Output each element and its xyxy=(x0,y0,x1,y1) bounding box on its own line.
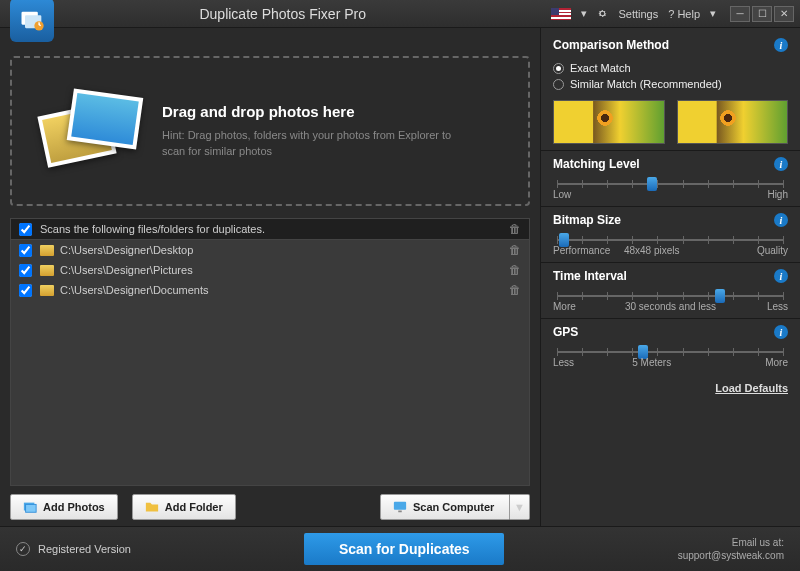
title-bar: Duplicate Photos Fixer Pro ▾ Settings ? … xyxy=(0,0,800,28)
slider-label-low: Low xyxy=(553,189,571,200)
row-path: C:\Users\Designer\Documents xyxy=(60,284,509,296)
time-interval-slider[interactable] xyxy=(557,295,784,297)
matching-level-slider[interactable] xyxy=(557,183,784,185)
registered-text: Registered Version xyxy=(38,543,131,555)
list-item[interactable]: C:\Users\Designer\Desktop 🗑 xyxy=(11,240,529,260)
help-link[interactable]: ? Help xyxy=(668,8,700,20)
radio-label: Similar Match (Recommended) xyxy=(570,78,722,90)
check-icon: ✓ xyxy=(16,542,30,556)
radio-similar[interactable]: Similar Match (Recommended) xyxy=(553,78,788,90)
radio-icon xyxy=(553,63,564,74)
folder-icon xyxy=(40,265,54,276)
left-panel: Drag and drop photos here Hint: Drag pho… xyxy=(0,28,540,526)
trash-icon[interactable]: 🗑 xyxy=(509,283,521,297)
slider-label-high: Less xyxy=(767,301,788,312)
slider-label-mid: 5 Meters xyxy=(632,357,671,368)
row-path: C:\Users\Designer\Pictures xyxy=(60,264,509,276)
slider-label-low: Less xyxy=(553,357,574,368)
preview-thumb xyxy=(553,100,665,144)
maximize-button[interactable]: ☐ xyxy=(752,6,772,22)
dropzone-hint: Hint: Drag photos, folders with your pho… xyxy=(162,128,462,159)
radio-exact[interactable]: Exact Match xyxy=(553,62,788,74)
load-defaults-link[interactable]: Load Defaults xyxy=(715,382,788,394)
folder-icon xyxy=(40,285,54,296)
radio-icon xyxy=(553,79,564,90)
info-icon[interactable]: i xyxy=(774,38,788,52)
folder-icon xyxy=(145,500,159,514)
email-address: support@systweak.com xyxy=(678,549,784,562)
row-checkbox[interactable] xyxy=(19,244,32,257)
info-icon[interactable]: i xyxy=(774,269,788,283)
email-label: Email us at: xyxy=(678,536,784,549)
add-folder-label: Add Folder xyxy=(165,501,223,513)
file-list: C:\Users\Designer\Desktop 🗑 C:\Users\Des… xyxy=(10,240,530,486)
list-header: Scans the following files/folders for du… xyxy=(10,218,530,240)
trash-icon[interactable]: 🗑 xyxy=(509,222,521,236)
scan-duplicates-button[interactable]: Scan for Duplicates xyxy=(304,533,504,565)
slider-label-mid: 30 seconds and less xyxy=(625,301,716,312)
monitor-icon xyxy=(393,500,407,514)
close-button[interactable]: ✕ xyxy=(774,6,794,22)
folder-icon xyxy=(40,245,54,256)
drop-zone[interactable]: Drag and drop photos here Hint: Drag pho… xyxy=(10,56,530,206)
slider-label-high: High xyxy=(767,189,788,200)
row-checkbox[interactable] xyxy=(19,284,32,297)
select-all-checkbox[interactable] xyxy=(19,223,32,236)
list-header-text: Scans the following files/folders for du… xyxy=(40,223,509,235)
help-dropdown-icon[interactable]: ▾ xyxy=(710,7,716,20)
flag-dropdown-icon[interactable]: ▾ xyxy=(581,7,587,20)
footer: ✓ Registered Version Scan for Duplicates… xyxy=(0,526,800,571)
scan-computer-label: Scan Computer xyxy=(413,501,494,513)
gps-slider[interactable] xyxy=(557,351,784,353)
scan-dropdown-button[interactable]: ▼ xyxy=(510,494,530,520)
slider-label-mid: 48x48 pixels xyxy=(624,245,680,256)
info-icon[interactable]: i xyxy=(774,325,788,339)
info-icon[interactable]: i xyxy=(774,157,788,171)
time-interval-title: Time Interval xyxy=(553,269,627,283)
scan-computer-button[interactable]: Scan Computer xyxy=(380,494,510,520)
settings-link[interactable]: Settings xyxy=(618,8,658,20)
bitmap-size-title: Bitmap Size xyxy=(553,213,621,227)
add-photos-label: Add Photos xyxy=(43,501,105,513)
minimize-button[interactable]: ─ xyxy=(730,6,750,22)
gps-title: GPS xyxy=(553,325,578,339)
matching-level-title: Matching Level xyxy=(553,157,640,171)
radio-label: Exact Match xyxy=(570,62,631,74)
gear-icon xyxy=(597,8,608,19)
dropzone-heading: Drag and drop photos here xyxy=(162,103,462,120)
trash-icon[interactable]: 🗑 xyxy=(509,263,521,277)
photos-icon xyxy=(23,500,37,514)
info-icon[interactable]: i xyxy=(774,213,788,227)
svg-rect-6 xyxy=(398,511,402,513)
app-icon xyxy=(10,0,54,42)
language-flag[interactable] xyxy=(551,8,571,20)
row-path: C:\Users\Designer\Desktop xyxy=(60,244,509,256)
comparison-method-title: Comparison Method xyxy=(553,38,669,52)
add-folder-button[interactable]: Add Folder xyxy=(132,494,236,520)
trash-icon[interactable]: 🗑 xyxy=(509,243,521,257)
slider-label-low: More xyxy=(553,301,576,312)
svg-rect-5 xyxy=(394,502,406,510)
list-item[interactable]: C:\Users\Designer\Documents 🗑 xyxy=(11,280,529,300)
right-panel: Comparison Method i Exact Match Similar … xyxy=(540,28,800,526)
app-title: Duplicate Photos Fixer Pro xyxy=(14,6,551,22)
add-photos-button[interactable]: Add Photos xyxy=(10,494,118,520)
photo-stack-icon xyxy=(42,91,142,171)
list-item[interactable]: C:\Users\Designer\Pictures 🗑 xyxy=(11,260,529,280)
slider-label-high: More xyxy=(765,357,788,368)
slider-label-high: Quality xyxy=(757,245,788,256)
svg-rect-4 xyxy=(26,504,37,512)
preview-thumb xyxy=(677,100,789,144)
bitmap-size-slider[interactable] xyxy=(557,239,784,241)
row-checkbox[interactable] xyxy=(19,264,32,277)
